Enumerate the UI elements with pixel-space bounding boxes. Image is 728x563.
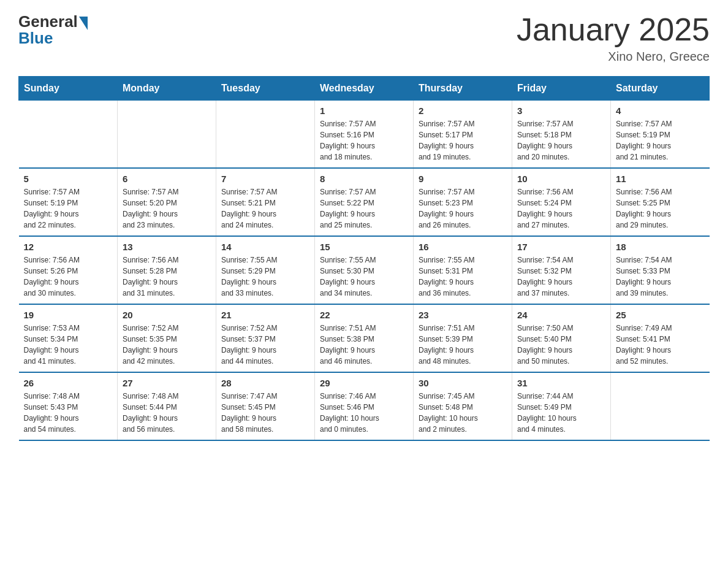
calendar-day-cell: 2Sunrise: 7:57 AM Sunset: 5:17 PM Daylig… — [414, 101, 512, 169]
calendar-week-row: 1Sunrise: 7:57 AM Sunset: 5:16 PM Daylig… — [19, 101, 710, 169]
day-number: 26 — [24, 378, 113, 388]
calendar-day-cell: 28Sunrise: 7:47 AM Sunset: 5:45 PM Dayli… — [216, 372, 315, 440]
calendar-day-cell: 25Sunrise: 7:49 AM Sunset: 5:41 PM Dayli… — [611, 304, 710, 372]
day-number: 29 — [320, 378, 408, 388]
calendar-day-cell: 22Sunrise: 7:51 AM Sunset: 5:38 PM Dayli… — [315, 304, 414, 372]
calendar-day-cell: 1Sunrise: 7:57 AM Sunset: 5:16 PM Daylig… — [315, 101, 414, 169]
day-info: Sunrise: 7:52 AM Sunset: 5:35 PM Dayligh… — [123, 323, 211, 367]
calendar-day-cell: 24Sunrise: 7:50 AM Sunset: 5:40 PM Dayli… — [512, 304, 611, 372]
calendar-day-cell: 13Sunrise: 7:56 AM Sunset: 5:28 PM Dayli… — [118, 236, 216, 304]
day-number: 19 — [24, 310, 113, 320]
day-info: Sunrise: 7:54 AM Sunset: 5:32 PM Dayligh… — [517, 255, 605, 299]
day-number: 2 — [419, 105, 507, 116]
day-number: 5 — [24, 174, 113, 184]
day-info: Sunrise: 7:52 AM Sunset: 5:37 PM Dayligh… — [221, 323, 309, 367]
day-number: 23 — [419, 310, 507, 320]
day-number: 15 — [320, 242, 408, 252]
day-number: 22 — [320, 310, 408, 320]
calendar-week-row: 12Sunrise: 7:56 AM Sunset: 5:26 PM Dayli… — [19, 236, 710, 304]
day-info: Sunrise: 7:55 AM Sunset: 5:30 PM Dayligh… — [320, 255, 408, 299]
calendar-day-cell: 5Sunrise: 7:57 AM Sunset: 5:19 PM Daylig… — [19, 168, 118, 236]
day-info: Sunrise: 7:57 AM Sunset: 5:16 PM Dayligh… — [320, 118, 408, 163]
day-number: 4 — [616, 105, 705, 116]
day-info: Sunrise: 7:57 AM Sunset: 5:20 PM Dayligh… — [123, 186, 211, 231]
day-info: Sunrise: 7:45 AM Sunset: 5:48 PM Dayligh… — [419, 391, 507, 435]
calendar-day-cell: 11Sunrise: 7:56 AM Sunset: 5:25 PM Dayli… — [611, 168, 710, 236]
day-number: 12 — [24, 242, 113, 252]
day-info: Sunrise: 7:48 AM Sunset: 5:44 PM Dayligh… — [123, 391, 211, 435]
day-info: Sunrise: 7:44 AM Sunset: 5:49 PM Dayligh… — [517, 391, 605, 435]
day-info: Sunrise: 7:54 AM Sunset: 5:33 PM Dayligh… — [616, 255, 705, 299]
day-info: Sunrise: 7:53 AM Sunset: 5:34 PM Dayligh… — [24, 323, 113, 367]
calendar-day-cell — [216, 101, 315, 169]
title-section: January 2025 Xino Nero, Greece — [517, 12, 710, 64]
day-info: Sunrise: 7:51 AM Sunset: 5:38 PM Dayligh… — [320, 323, 408, 367]
calendar-day-cell: 8Sunrise: 7:57 AM Sunset: 5:22 PM Daylig… — [315, 168, 414, 236]
day-number: 25 — [616, 310, 705, 320]
day-info: Sunrise: 7:56 AM Sunset: 5:24 PM Dayligh… — [517, 186, 605, 231]
calendar-day-cell: 12Sunrise: 7:56 AM Sunset: 5:26 PM Dayli… — [19, 236, 118, 304]
day-info: Sunrise: 7:57 AM Sunset: 5:19 PM Dayligh… — [616, 118, 705, 163]
calendar-day-cell: 20Sunrise: 7:52 AM Sunset: 5:35 PM Dayli… — [118, 304, 216, 372]
calendar-week-row: 26Sunrise: 7:48 AM Sunset: 5:43 PM Dayli… — [19, 372, 710, 440]
calendar-day-cell: 23Sunrise: 7:51 AM Sunset: 5:39 PM Dayli… — [414, 304, 512, 372]
day-number: 9 — [419, 174, 507, 184]
calendar-day-cell: 9Sunrise: 7:57 AM Sunset: 5:23 PM Daylig… — [414, 168, 512, 236]
calendar-day-cell: 18Sunrise: 7:54 AM Sunset: 5:33 PM Dayli… — [611, 236, 710, 304]
day-number: 20 — [123, 310, 211, 320]
calendar-day-cell: 10Sunrise: 7:56 AM Sunset: 5:24 PM Dayli… — [512, 168, 611, 236]
day-info: Sunrise: 7:57 AM Sunset: 5:21 PM Dayligh… — [221, 186, 309, 231]
day-number: 11 — [616, 174, 705, 184]
day-of-week-header: Saturday — [611, 77, 710, 101]
logo: General Blue — [18, 12, 88, 46]
day-info: Sunrise: 7:57 AM Sunset: 5:23 PM Dayligh… — [419, 186, 507, 231]
calendar-day-cell — [611, 372, 710, 440]
calendar-day-cell: 14Sunrise: 7:55 AM Sunset: 5:29 PM Dayli… — [216, 236, 315, 304]
calendar-day-cell: 17Sunrise: 7:54 AM Sunset: 5:32 PM Dayli… — [512, 236, 611, 304]
calendar-day-cell: 3Sunrise: 7:57 AM Sunset: 5:18 PM Daylig… — [512, 101, 611, 169]
day-info: Sunrise: 7:56 AM Sunset: 5:25 PM Dayligh… — [616, 186, 705, 231]
day-of-week-header: Tuesday — [216, 77, 315, 101]
day-info: Sunrise: 7:49 AM Sunset: 5:41 PM Dayligh… — [616, 323, 705, 367]
day-number: 14 — [221, 242, 309, 252]
day-info: Sunrise: 7:57 AM Sunset: 5:18 PM Dayligh… — [517, 118, 605, 163]
calendar-day-cell: 27Sunrise: 7:48 AM Sunset: 5:44 PM Dayli… — [118, 372, 216, 440]
day-number: 8 — [320, 174, 408, 184]
day-info: Sunrise: 7:51 AM Sunset: 5:39 PM Dayligh… — [419, 323, 507, 367]
month-title: January 2025 — [517, 12, 710, 47]
day-info: Sunrise: 7:56 AM Sunset: 5:28 PM Dayligh… — [123, 255, 211, 299]
calendar-week-row: 19Sunrise: 7:53 AM Sunset: 5:34 PM Dayli… — [19, 304, 710, 372]
day-number: 30 — [419, 378, 507, 388]
day-info: Sunrise: 7:57 AM Sunset: 5:22 PM Dayligh… — [320, 186, 408, 231]
day-info: Sunrise: 7:48 AM Sunset: 5:43 PM Dayligh… — [24, 391, 113, 435]
location-label: Xino Nero, Greece — [517, 50, 710, 64]
calendar-day-cell: 15Sunrise: 7:55 AM Sunset: 5:30 PM Dayli… — [315, 236, 414, 304]
day-info: Sunrise: 7:50 AM Sunset: 5:40 PM Dayligh… — [517, 323, 605, 367]
day-of-week-header: Wednesday — [315, 77, 414, 101]
calendar-day-cell: 4Sunrise: 7:57 AM Sunset: 5:19 PM Daylig… — [611, 101, 710, 169]
calendar-day-cell: 19Sunrise: 7:53 AM Sunset: 5:34 PM Dayli… — [19, 304, 118, 372]
day-number: 16 — [419, 242, 507, 252]
calendar-day-cell: 16Sunrise: 7:55 AM Sunset: 5:31 PM Dayli… — [414, 236, 512, 304]
day-number: 13 — [123, 242, 211, 252]
calendar-day-cell — [19, 101, 118, 169]
day-number: 3 — [517, 105, 605, 116]
calendar-week-row: 5Sunrise: 7:57 AM Sunset: 5:19 PM Daylig… — [19, 168, 710, 236]
day-number: 27 — [123, 378, 211, 388]
day-info: Sunrise: 7:46 AM Sunset: 5:46 PM Dayligh… — [320, 391, 408, 435]
logo-blue-text: Blue — [18, 30, 88, 46]
day-of-week-header: Friday — [512, 77, 611, 101]
day-number: 18 — [616, 242, 705, 252]
day-number: 6 — [123, 174, 211, 184]
day-number: 17 — [517, 242, 605, 252]
calendar-day-cell: 31Sunrise: 7:44 AM Sunset: 5:49 PM Dayli… — [512, 372, 611, 440]
day-info: Sunrise: 7:47 AM Sunset: 5:45 PM Dayligh… — [221, 391, 309, 435]
calendar-table: SundayMondayTuesdayWednesdayThursdayFrid… — [18, 76, 710, 441]
day-number: 1 — [320, 105, 408, 116]
day-number: 24 — [517, 310, 605, 320]
day-info: Sunrise: 7:57 AM Sunset: 5:17 PM Dayligh… — [419, 118, 507, 163]
day-number: 31 — [517, 378, 605, 388]
calendar-day-cell — [118, 101, 216, 169]
day-number: 7 — [221, 174, 309, 184]
calendar-day-cell: 6Sunrise: 7:57 AM Sunset: 5:20 PM Daylig… — [118, 168, 216, 236]
